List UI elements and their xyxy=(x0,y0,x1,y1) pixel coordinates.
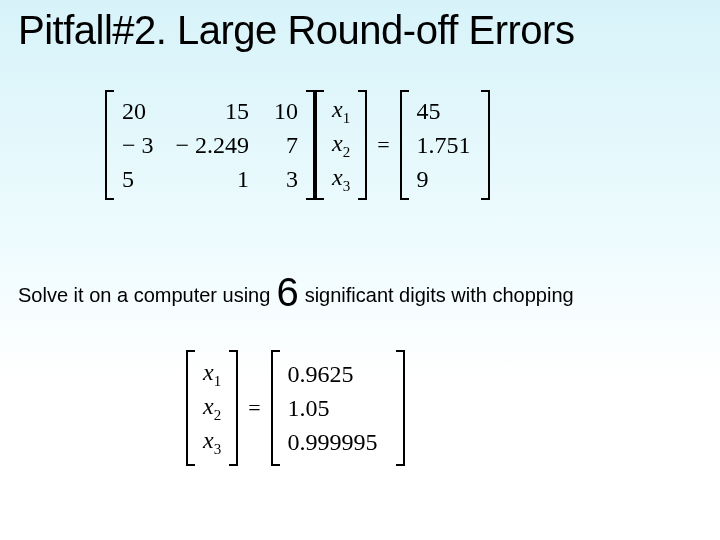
vector-b-cell: 9 xyxy=(417,166,473,193)
matrix-a-cell: 20 xyxy=(120,98,175,125)
vector-solution-cell: 0.999995 xyxy=(288,429,388,456)
slide: Pitfall#2. Large Round-off Errors 20 15 … xyxy=(0,0,720,540)
matrix-a-cell: 7 xyxy=(255,132,300,159)
instruction-pre: Solve it on a computer using xyxy=(18,284,270,307)
matrix-a-cell: 1 xyxy=(175,166,255,193)
left-bracket-icon xyxy=(271,350,280,466)
vector-x-cell: x1 xyxy=(203,359,221,390)
left-bracket-icon xyxy=(105,90,114,200)
right-bracket-icon xyxy=(358,90,367,200)
vector-x-cell: x1 xyxy=(332,96,350,127)
left-bracket-icon xyxy=(315,90,324,200)
right-bracket-icon xyxy=(306,90,315,200)
matrix-a-cell: 5 xyxy=(120,166,175,193)
vector-x-cell: x2 xyxy=(203,393,221,424)
vector-solution-cell: 0.9625 xyxy=(288,361,388,388)
vector-b-cell: 1.751 xyxy=(417,132,473,159)
equals-sign: = xyxy=(238,395,270,421)
instruction-line: Solve it on a computer using 6 significa… xyxy=(18,268,702,308)
matrix-a-cell: 15 xyxy=(175,98,255,125)
equation-solution: x1 x2 x3 = 0.9625 1.05 0.999995 xyxy=(186,350,405,466)
instruction-post: significant digits with chopping xyxy=(305,284,574,307)
instruction-digits: 6 xyxy=(276,272,298,312)
left-bracket-icon xyxy=(400,90,409,200)
vector-x-cell: x2 xyxy=(332,130,350,161)
vector-solution-cell: 1.05 xyxy=(288,395,388,422)
vector-b: 45 1.751 9 xyxy=(409,90,481,200)
matrix-a-cell: 3 xyxy=(255,166,300,193)
vector-x-cell: x3 xyxy=(332,164,350,195)
matrix-a-cell: − 2.249 xyxy=(175,132,255,159)
right-bracket-icon xyxy=(481,90,490,200)
matrix-a-cell: − 3 xyxy=(120,132,175,159)
equals-sign: = xyxy=(367,132,399,158)
right-bracket-icon xyxy=(229,350,238,466)
slide-title: Pitfall#2. Large Round-off Errors xyxy=(18,8,574,53)
matrix-a: 20 15 10 − 3 − 2.249 7 5 1 3 xyxy=(114,90,306,200)
matrix-a-cell: 10 xyxy=(255,98,300,125)
vector-x-cell: x3 xyxy=(203,427,221,458)
vector-x: x1 x2 x3 xyxy=(324,90,358,200)
vector-solution: 0.9625 1.05 0.999995 xyxy=(280,353,396,463)
left-bracket-icon xyxy=(186,350,195,466)
right-bracket-icon xyxy=(396,350,405,466)
vector-b-cell: 45 xyxy=(417,98,473,125)
equation-ax-eq-b: 20 15 10 − 3 − 2.249 7 5 1 3 x1 x2 x3 = … xyxy=(105,90,490,200)
vector-x: x1 x2 x3 xyxy=(195,353,229,463)
